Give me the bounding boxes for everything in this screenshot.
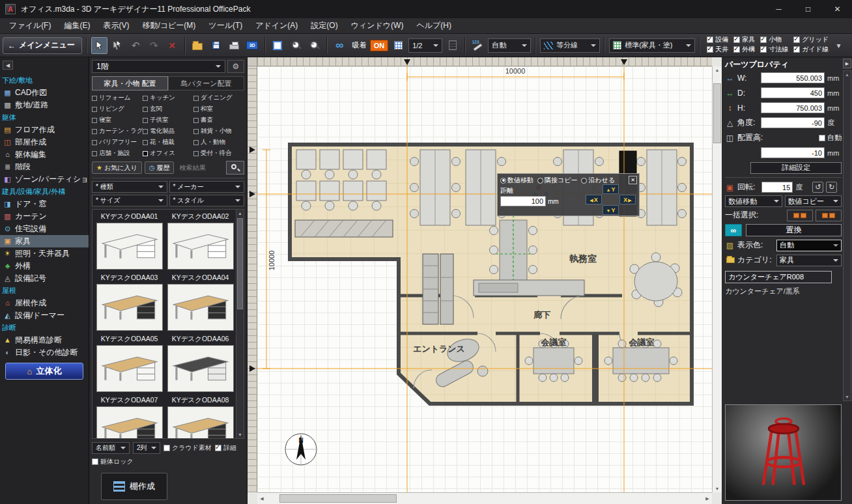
move-mode-radio[interactable]: 沿わせる [581,176,615,185]
save-button[interactable] [208,37,224,54]
search-results-button[interactable]: 検索結果 [177,163,208,173]
menu-item[interactable]: ウィンドウ(W) [345,18,410,33]
angle-input[interactable] [761,117,825,128]
replace-button[interactable]: 置換 [746,224,842,236]
category-checkbox[interactable]: 書斎 [193,116,244,124]
depth-input[interactable] [761,87,825,98]
floor-plan[interactable]: 10000 10000 執務室 廊下 エントランス 会議室 会議室 [257,66,712,492]
numeric-move-dropdown[interactable]: 数値移動 [725,195,782,207]
filter-dropdown[interactable]: * 種類 [92,181,167,193]
product-item[interactable]: KYデスクODAA01 [95,212,163,270]
tab-furniture-place[interactable]: 家具・小物 配置 [92,76,168,91]
category-checkbox[interactable]: カーテン・ラグ [92,127,143,135]
category-checkbox[interactable]: オフィス [143,149,193,158]
move-down-button[interactable]: Y [603,205,619,215]
favorites-button[interactable]: お気に入り [92,161,142,174]
scroll-down-icon[interactable] [844,393,851,400]
filter-dropdown[interactable]: * メーカー [169,181,245,193]
sidebar-item[interactable]: 簡易構造診断 [0,334,89,346]
layer-checkbox[interactable]: 家具 [733,36,755,44]
batch-select-same-button[interactable] [787,210,813,221]
layer-checkbox[interactable]: ガイド線 [793,46,829,54]
sidebar-item[interactable]: 部屋作成 [0,136,89,148]
placement-height-input[interactable] [761,147,825,158]
calculator-button[interactable] [444,37,461,54]
render-3d-button[interactable]: 立体化 [5,363,83,380]
scroll-down-icon[interactable] [236,431,244,438]
delete-button[interactable] [164,37,180,54]
sidebar-item[interactable]: 外構 [0,260,89,272]
sidebar-item[interactable]: フロア作成 [0,124,89,136]
distance-input[interactable] [500,196,546,206]
panel-scrollbar[interactable] [843,70,851,401]
floor-plan-view[interactable]: 10000 10000 執務室 廊下 エントランス 会議室 会議室 [257,66,712,492]
category-checkbox[interactable]: 雑貨・小物 [193,127,244,135]
scroll-right-icon[interactable] [703,493,712,504]
menu-item[interactable]: 移動/コピー(M) [135,18,202,33]
fit-view-button[interactable] [270,37,286,54]
create-shelf-button[interactable]: 棚作成 [101,473,167,500]
layer-checkbox[interactable]: 外構 [733,46,755,54]
product-item[interactable]: KYデスクODAA03 [95,273,163,331]
product-item[interactable]: KYデスクODAA07 [95,396,163,439]
pen-mode-dropdown[interactable]: 自動 [488,38,531,53]
category-checkbox[interactable]: 寝室 [92,116,143,124]
search-button[interactable] [226,161,244,175]
sidebar-item[interactable]: CAD作図 [0,87,89,99]
measure-input-button[interactable] [470,37,486,54]
main-menu-button[interactable]: メインメニュー [3,37,82,54]
guide-marker[interactable] [249,147,255,153]
product-item[interactable]: KYデスクODAA06 [166,335,234,392]
move-mode-radio[interactable]: 数値移動 [500,176,533,185]
link-replace-button[interactable] [725,224,742,236]
category-checkbox[interactable]: 花・植栽 [143,138,193,147]
more-options-button[interactable] [831,37,847,54]
category-checkbox[interactable]: 子供室 [143,116,193,124]
select-tool-button[interactable] [91,37,107,54]
sidebar-item[interactable]: 屋根 [0,285,89,297]
multi-select-tool-button[interactable] [109,37,126,54]
layer-checkbox[interactable]: グリッド [793,36,829,44]
sidebar-item[interactable]: 下絵/敷地 [0,74,89,87]
vertical-scrollbar[interactable] [712,66,722,492]
category-checkbox[interactable]: 電化製品 [143,127,193,135]
category-checkbox[interactable]: 和室 [193,105,244,113]
layer-checkbox[interactable]: 寸法線 [760,46,788,54]
palette-settings-button[interactable] [227,60,244,73]
sidebar-item[interactable]: 照明・天井器具 [0,247,89,260]
link-mode-button[interactable] [332,37,348,54]
minimize-button[interactable]: ─ [764,0,793,18]
menu-item[interactable]: ファイル(F) [3,18,57,33]
zoom-out-button[interactable]: − [306,37,322,54]
sidebar-item[interactable]: カーテン [0,210,89,223]
sidebar-item[interactable]: 階段 [0,161,89,173]
move-up-button[interactable]: Y [603,184,619,194]
menu-item[interactable]: ツール(T) [202,18,249,33]
column-count-dropdown[interactable]: 2列 [133,442,160,454]
scroll-up-icon[interactable] [844,71,851,78]
layer-checkbox[interactable]: 設備 [707,36,728,44]
sidebar-item[interactable]: 家具 [0,235,89,247]
snap-toggle[interactable]: ON [370,40,389,51]
scroll-up-icon[interactable] [713,66,722,74]
maximize-button[interactable]: □ [793,0,823,18]
frame-lock-checkbox[interactable]: 躯体ロック [92,457,244,466]
sidebar-item[interactable]: 診断 [0,322,89,334]
menu-item[interactable]: 編集(E) [57,18,96,33]
filter-dropdown[interactable]: * サイズ [92,195,167,206]
product-item[interactable]: KYデスクODAA04 [166,273,234,331]
category-checkbox[interactable]: バリアフリー [92,138,143,147]
redo-button[interactable] [146,37,162,54]
close-button[interactable]: ✕ [823,0,852,18]
auto-height-checkbox[interactable]: 自動 [819,133,842,143]
sidebar-item[interactable]: 躯体編集 [0,148,89,161]
category-checkbox[interactable]: 玄関 [143,105,193,113]
sidebar-item[interactable]: 屋根作成 [0,297,89,309]
sidebar-item[interactable]: 建具/設備/家具/外構 [0,186,89,198]
print-button[interactable] [226,37,242,54]
display-style-dropdown[interactable]: 標準(家具・塗) [609,38,695,53]
horizontal-ruler[interactable] [257,57,712,66]
menu-item[interactable]: アドイン(A) [249,18,304,33]
category-checkbox[interactable]: ダイニング [193,94,244,102]
scroll-left-icon[interactable] [257,493,266,504]
